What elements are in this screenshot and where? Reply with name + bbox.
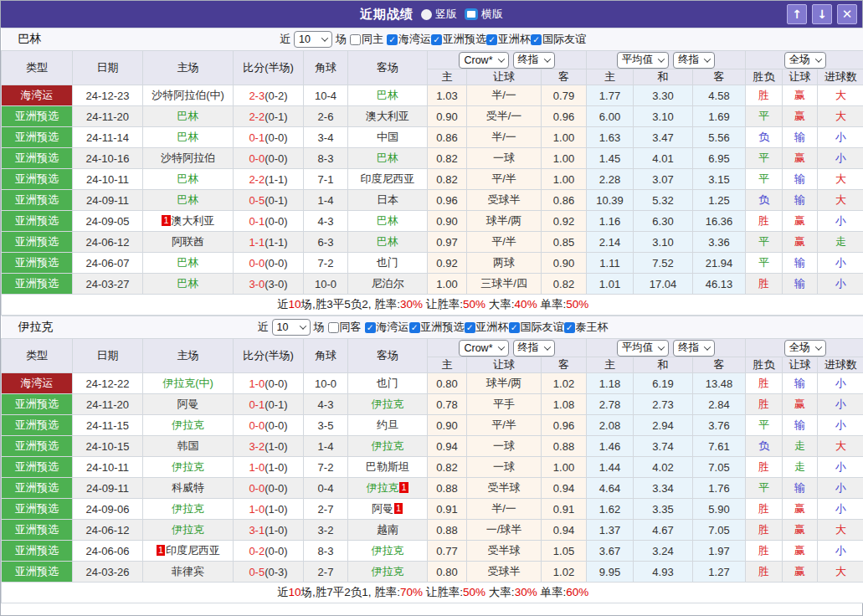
result-goals: 小 bbox=[818, 478, 863, 499]
subcol-result_cols-1: 让球 bbox=[783, 357, 818, 373]
matches-count-select[interactable]: 10 bbox=[294, 31, 332, 48]
fulltime-score: 1-0 bbox=[249, 461, 265, 474]
europe-odds-book-select[interactable]: 平均值 bbox=[617, 340, 670, 357]
checkbox-checked-icon[interactable]: ✓ bbox=[509, 322, 520, 333]
away-team-name: 尼泊尔 bbox=[372, 277, 404, 290]
matches-count-select[interactable]: 10 bbox=[272, 319, 311, 336]
asia-odds-stage-select[interactable]: 终指 bbox=[513, 52, 555, 69]
corner-count: 0-4 bbox=[304, 478, 348, 499]
europe-odds-book-select[interactable]: 平均值 bbox=[617, 52, 670, 69]
checkbox-checked-icon[interactable]: ✓ bbox=[564, 322, 575, 333]
match-row: 亚洲预选24-06-12阿联酋1-1(1-1)6-3巴林0.97平/半0.852… bbox=[2, 232, 863, 253]
match-date: 24-09-11 bbox=[73, 478, 143, 499]
result-handicap: 走 bbox=[783, 457, 818, 478]
match-row: 亚洲预选24-09-051澳大利亚0-1(0-0)4-3巴林0.90球半/两0.… bbox=[2, 211, 863, 232]
europe-draw-odds: 4.01 bbox=[634, 148, 693, 169]
league-filter-1[interactable]: ✓亚洲预选 bbox=[409, 320, 465, 335]
checkbox-checked-icon[interactable]: ✓ bbox=[531, 34, 542, 45]
fulltime-scope-select[interactable]: 全场 bbox=[784, 52, 826, 69]
summary-segment: 40% bbox=[515, 298, 537, 311]
score-cell: 0-0(0-0) bbox=[234, 253, 304, 274]
europe-odds-stage-select[interactable]: 终指 bbox=[673, 52, 715, 69]
home-team-cell: 巴林 bbox=[143, 274, 234, 295]
radio-selected-icon[interactable] bbox=[465, 8, 478, 20]
match-date: 24-06-12 bbox=[73, 520, 143, 541]
europe-home-odds: 1.18 bbox=[587, 373, 634, 394]
europe-draw-odds: 3.35 bbox=[634, 499, 693, 520]
checkbox-checked-icon[interactable]: ✓ bbox=[486, 34, 497, 45]
league-filter-2[interactable]: ✓亚洲杯 bbox=[465, 320, 509, 335]
same-venue-filter[interactable]: 同客 bbox=[328, 320, 362, 335]
score-cell: 1-0(1-0) bbox=[234, 499, 304, 520]
checkbox-checked-icon[interactable]: ✓ bbox=[365, 322, 376, 333]
home-team-cell: 巴林 bbox=[143, 169, 234, 190]
home-team-cell: 伊拉克 bbox=[143, 457, 234, 478]
layout-vertical-label: 竖版 bbox=[435, 7, 457, 22]
summary-segment: 场,胜3平5负2, 胜率: bbox=[301, 298, 400, 311]
match-type-badge: 亚洲预选 bbox=[2, 232, 73, 253]
halftime-score: (0-0) bbox=[265, 545, 287, 557]
subcol-result_cols-0: 胜负 bbox=[746, 69, 783, 85]
asia-odds-book-select[interactable]: Crow* bbox=[459, 340, 508, 357]
checkbox-checked-icon[interactable]: ✓ bbox=[409, 322, 420, 333]
home-team-cell: 菲律宾 bbox=[143, 562, 234, 583]
scroll-down-button[interactable]: ↓ bbox=[812, 4, 832, 24]
same-venue-filter[interactable]: 同主 bbox=[350, 32, 383, 47]
match-row: 亚洲预选24-03-26菲律宾0-5(0-3)2-7伊拉克0.80受球半1.02… bbox=[2, 562, 863, 583]
checkbox-unchecked-icon[interactable] bbox=[328, 322, 339, 333]
checkbox-checked-icon[interactable]: ✓ bbox=[465, 322, 475, 333]
result-handicap: 赢 bbox=[783, 148, 818, 169]
home-team-cell: 伊拉克 bbox=[143, 520, 234, 541]
league-filter-3[interactable]: ✓国际友谊 bbox=[531, 32, 586, 47]
league-filter-1[interactable]: ✓亚洲预选 bbox=[431, 32, 486, 47]
asia-odds-stage-select[interactable]: 终指 bbox=[513, 340, 555, 357]
match-date: 24-09-05 bbox=[73, 211, 143, 232]
home-team-name: 沙特阿拉伯 bbox=[161, 151, 215, 164]
result-goals: 小 bbox=[818, 541, 863, 562]
fulltime-score: 0-1 bbox=[249, 398, 265, 411]
match-row: 亚洲预选24-11-15伊拉克0-0(0-0)3-5约旦0.90平/半0.962… bbox=[2, 415, 863, 436]
corner-count: 2-6 bbox=[304, 106, 348, 127]
result-winloss: 胜 bbox=[746, 562, 783, 583]
europe-odds-stage-select[interactable]: 终指 bbox=[673, 340, 715, 357]
match-row: 亚洲预选24-11-20阿曼0-1(0-1)4-3伊拉克0.78平手1.082.… bbox=[2, 394, 863, 415]
home-team-name: 巴林 bbox=[177, 172, 199, 185]
radio-unselected-icon[interactable] bbox=[421, 9, 432, 20]
result-goals: 小 bbox=[818, 148, 863, 169]
fulltime-scope-select[interactable]: 全场 bbox=[784, 340, 826, 357]
checkbox-unchecked-icon[interactable] bbox=[350, 34, 361, 45]
summary-segment: 近 bbox=[277, 298, 289, 311]
recent-results-window: 近期战绩 竖版 横版 ↑ ↓ ✕ 巴林 bbox=[0, 0, 863, 616]
match-date: 24-06-06 bbox=[73, 541, 143, 562]
asia-home-odds: 0.82 bbox=[428, 148, 467, 169]
checkbox-checked-icon[interactable]: ✓ bbox=[431, 34, 442, 45]
subcol-result_cols-2: 进球数 bbox=[818, 357, 863, 373]
layout-option-vertical[interactable]: 竖版 bbox=[421, 7, 457, 22]
match-type-badge: 亚洲预选 bbox=[2, 190, 73, 211]
europe-home-odds: 1.63 bbox=[587, 127, 634, 148]
match-row: 亚洲预选24-06-07巴林0-0(0-0)7-2也门0.92两球0.901.1… bbox=[2, 253, 863, 274]
europe-home-odds: 1.01 bbox=[587, 274, 634, 295]
subcol-europe_cols-0: 主 bbox=[587, 357, 634, 373]
league-filter-0[interactable]: ✓海湾运 bbox=[365, 320, 409, 335]
col-score: 比分(半场) bbox=[234, 339, 304, 373]
asia-odds-book-select[interactable]: Crow* bbox=[459, 52, 508, 69]
chevron-down-icon bbox=[658, 343, 665, 350]
asia-away-odds: 0.86 bbox=[542, 190, 587, 211]
scroll-up-button[interactable]: ↑ bbox=[787, 4, 807, 24]
league-filter-2[interactable]: ✓亚洲杯 bbox=[486, 32, 531, 47]
asia-home-odds: 0.88 bbox=[428, 520, 467, 541]
result-handicap: 赢 bbox=[783, 232, 818, 253]
close-button[interactable]: ✕ bbox=[837, 4, 857, 24]
checkbox-checked-icon[interactable]: ✓ bbox=[387, 34, 398, 45]
away-team-name: 伊拉克 bbox=[372, 565, 404, 578]
match-row: 亚洲预选24-06-061印度尼西亚0-2(0-0)8-3伊拉克0.77受半球1… bbox=[2, 541, 863, 562]
subcol-asia_cols-2: 客 bbox=[542, 69, 587, 85]
league-filter-3[interactable]: ✓国际友谊 bbox=[509, 320, 564, 335]
europe-draw-odds: 5.32 bbox=[634, 190, 693, 211]
result-goals: 大 bbox=[818, 436, 863, 457]
league-filter-0[interactable]: ✓海湾运 bbox=[387, 32, 431, 47]
asia-away-odds: 0.79 bbox=[542, 85, 587, 106]
league-filter-4[interactable]: ✓泰王杯 bbox=[564, 320, 609, 335]
layout-option-horizontal[interactable]: 横版 bbox=[465, 7, 503, 22]
